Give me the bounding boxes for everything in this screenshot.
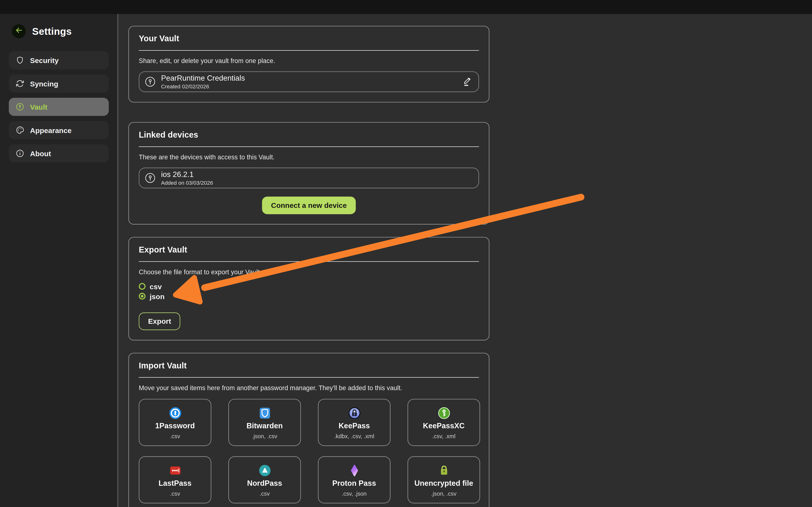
nordpass-icon bbox=[258, 464, 271, 477]
sidebar-item-label: Syncing bbox=[30, 79, 58, 88]
bitwarden-icon bbox=[258, 406, 271, 419]
connect-new-device-button[interactable]: Connect a new device bbox=[262, 196, 355, 214]
device-info: ios 26.2.1 Added on 03/03/2026 bbox=[161, 171, 472, 185]
keepass-icon bbox=[348, 406, 361, 419]
palette-icon bbox=[15, 125, 24, 135]
sync-icon bbox=[15, 79, 24, 89]
radio-option-csv[interactable]: csv bbox=[139, 282, 479, 291]
your-vault-card: Your Vault Share, edit, or delete your v… bbox=[128, 26, 489, 102]
provider-name: NordPass bbox=[247, 479, 282, 487]
provider-name: KeePass bbox=[339, 421, 370, 430]
provider-name: KeePassXC bbox=[423, 421, 465, 430]
import-provider-grid: 1Password .csv Bitwarden .json, .csv Kee… bbox=[139, 399, 479, 503]
radio-csv-unchecked[interactable] bbox=[139, 283, 146, 290]
import-tile-keepassxc[interactable]: KeePassXC .csv, .xml bbox=[407, 399, 480, 446]
import-tile-keepass[interactable]: KeePass .kdbx, .csv, .xml bbox=[318, 399, 391, 446]
vault-row[interactable]: PearRuntime Credentials Created 02/02/20… bbox=[139, 71, 479, 92]
device-added-date: Added on 03/03/2026 bbox=[161, 180, 472, 185]
key-icon bbox=[145, 76, 156, 88]
sidebar-item-label: Vault bbox=[30, 103, 47, 111]
export-format-group: csv json bbox=[139, 282, 479, 301]
import-vault-card: Import Vault Move your saved items here … bbox=[128, 353, 489, 507]
provider-name: Unencrypted file bbox=[414, 479, 473, 487]
unencrypted-file-icon bbox=[438, 464, 451, 477]
provider-formats: .csv, .json bbox=[342, 490, 367, 497]
sidebar-item-security[interactable]: Security bbox=[9, 51, 109, 69]
card-title: Export Vault bbox=[139, 245, 479, 255]
radio-label: json bbox=[150, 292, 164, 300]
import-tile-1password[interactable]: 1Password .csv bbox=[139, 399, 211, 446]
arrow-left-icon bbox=[14, 26, 23, 37]
vault-info: PearRuntime Credentials Created 02/02/20… bbox=[161, 74, 462, 89]
import-tile-nordpass[interactable]: NordPass .csv bbox=[229, 456, 301, 503]
import-tile-protonpass[interactable]: Proton Pass .csv, .json bbox=[318, 456, 391, 503]
import-tile-bitwarden[interactable]: Bitwarden .json, .csv bbox=[229, 399, 301, 446]
provider-formats: .csv bbox=[260, 490, 270, 497]
sidebar-item-about[interactable]: About bbox=[9, 145, 109, 163]
radio-label: csv bbox=[150, 282, 162, 290]
provider-formats: .json, .csv bbox=[252, 433, 277, 439]
card-title: Import Vault bbox=[139, 361, 479, 371]
card-title: Your Vault bbox=[139, 34, 479, 44]
export-vault-card: Export Vault Choose the file format to e… bbox=[128, 237, 489, 340]
back-button[interactable] bbox=[12, 24, 26, 38]
provider-formats: .kdbx, .csv, .xml bbox=[334, 433, 374, 439]
provider-name: 1Password bbox=[155, 421, 195, 430]
divider bbox=[139, 146, 479, 147]
provider-name: Bitwarden bbox=[247, 421, 283, 430]
card-description: Share, edit, or delete your vault from o… bbox=[139, 57, 479, 65]
divider bbox=[139, 261, 479, 262]
linked-devices-card: Linked devices These are the devices wit… bbox=[128, 122, 489, 225]
sidebar-item-label: Security bbox=[30, 56, 58, 64]
shield-icon bbox=[15, 56, 24, 65]
provider-name: LastPass bbox=[158, 479, 191, 487]
keepassxc-icon bbox=[438, 406, 451, 419]
window-topbar bbox=[0, 0, 812, 14]
lastpass-icon bbox=[169, 464, 182, 477]
protonpass-icon bbox=[348, 464, 361, 477]
vault-name: PearRuntime Credentials bbox=[161, 74, 462, 82]
provider-name: Proton Pass bbox=[332, 479, 376, 487]
sidebar-item-appearance[interactable]: Appearance bbox=[9, 121, 109, 139]
device-name: ios 26.2.1 bbox=[161, 171, 472, 178]
provider-formats: .csv, .xml bbox=[432, 433, 455, 439]
sidebar-header: Settings bbox=[12, 24, 109, 38]
card-description: Move your saved items here from another … bbox=[139, 384, 479, 392]
sidebar-item-label: About bbox=[30, 149, 51, 157]
sidebar-item-label: Appearance bbox=[30, 126, 71, 134]
card-description: Choose the file format to export your Va… bbox=[139, 269, 479, 276]
key-icon bbox=[145, 172, 156, 184]
sidebar-item-vault[interactable]: Vault bbox=[9, 98, 109, 116]
provider-formats: .csv bbox=[170, 490, 180, 497]
import-tile-unencrypted-file[interactable]: Unencrypted file .json, .csv bbox=[407, 456, 480, 503]
divider bbox=[139, 377, 479, 378]
vault-created-date: Created 02/02/2026 bbox=[161, 83, 462, 89]
card-description: These are the devices with access to thi… bbox=[139, 154, 479, 161]
card-title: Linked devices bbox=[139, 130, 479, 140]
edit-icon[interactable] bbox=[463, 76, 472, 87]
settings-page: Settings Security Syncing Vault Appearan bbox=[0, 0, 812, 507]
radio-json-checked[interactable] bbox=[139, 293, 146, 300]
export-button[interactable]: Export bbox=[139, 313, 180, 330]
page-title: Settings bbox=[32, 25, 72, 37]
import-tile-lastpass[interactable]: LastPass .csv bbox=[139, 456, 211, 503]
settings-sidebar: Settings Security Syncing Vault Appearan bbox=[0, 14, 118, 507]
sidebar-item-syncing[interactable]: Syncing bbox=[9, 74, 109, 93]
onepassword-icon bbox=[169, 406, 182, 419]
provider-formats: .json, .csv bbox=[431, 490, 457, 497]
provider-formats: .csv bbox=[170, 433, 180, 439]
key-icon bbox=[15, 102, 24, 112]
radio-option-json[interactable]: json bbox=[139, 291, 479, 301]
device-row[interactable]: ios 26.2.1 Added on 03/03/2026 bbox=[139, 168, 479, 188]
settings-content: Your Vault Share, edit, or delete your v… bbox=[119, 14, 812, 507]
info-icon bbox=[15, 149, 24, 158]
divider bbox=[139, 50, 479, 51]
